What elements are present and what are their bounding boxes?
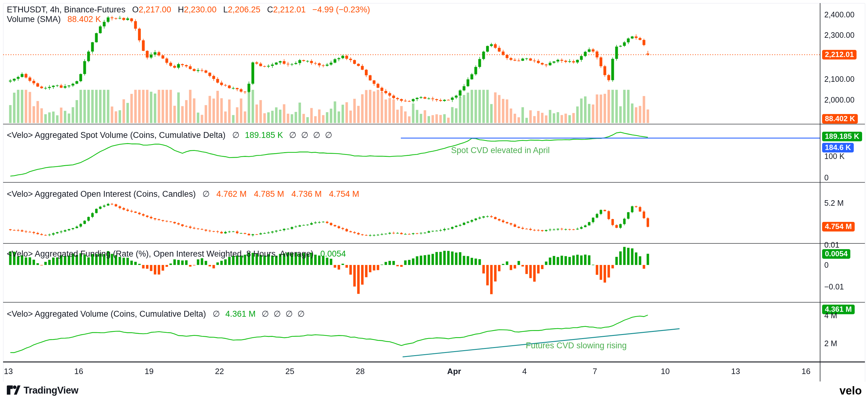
futures-cvd-value: 4.361 M <box>225 309 256 318</box>
last-price-badge: 2,212.01 <box>822 50 857 60</box>
open-interest-legend[interactable]: <Velo> Aggregated Open Interest (Coins, … <box>7 189 359 199</box>
tradingview-logo[interactable]: TradingView <box>7 385 79 396</box>
futures-cvd-annotation[interactable]: Futures CVD slowing rising <box>526 341 627 350</box>
funding-value: 0.0054 <box>320 249 346 258</box>
volume-badge: 88.402 K <box>822 114 858 124</box>
price-tick-2300: 2,300.00 <box>824 31 855 39</box>
high-label: H <box>178 5 184 14</box>
empty-set-icon: ∅ <box>213 309 220 318</box>
spot-cvd-badge: 189.185 K <box>822 132 862 141</box>
low-label: L <box>223 5 228 14</box>
tradingview-wordmark: TradingView <box>24 385 79 396</box>
close-value: 2,212.01 <box>273 5 306 14</box>
spot-tick-0: 0 <box>824 174 829 182</box>
open-label: O <box>132 5 138 14</box>
futures-cvd-title: <Velo> Aggregated Volume (Coins, Cumulat… <box>7 309 206 318</box>
oi-low-value: 4.736 M <box>291 189 322 198</box>
high-value: 2,230.00 <box>184 5 216 14</box>
chart-window: ETHUSDT, 4h, Binance-Futures O2,217.00 H… <box>0 0 868 401</box>
price-pane-legend[interactable]: ETHUSDT, 4h, Binance-Futures O2,217.00 H… <box>7 5 370 14</box>
spot-tick-100k: 100 K <box>824 152 844 160</box>
symbol-description: ETHUSDT, 4h, Binance-Futures <box>7 5 126 14</box>
volume-legend[interactable]: Volume (SMA) 88.402 K <box>7 14 101 24</box>
volume-label: Volume (SMA) <box>7 14 61 24</box>
spot-cvd-title: <Velo> Aggregated Spot Volume (Coins, Cu… <box>7 130 225 140</box>
time-tick: 10 <box>661 367 670 376</box>
chart-plot-area[interactable] <box>0 0 868 401</box>
futures-cvd-legend[interactable]: <Velo> Aggregated Volume (Coins, Cumulat… <box>7 309 305 319</box>
funding-tick-0: 0 <box>824 261 829 269</box>
empty-set-icon: ∅ <box>203 189 210 198</box>
funding-title: <Velo> Aggregated Funding (Rate (%), Ope… <box>7 249 314 258</box>
time-tick: 16 <box>74 367 83 376</box>
velo-logo: velo <box>839 384 862 397</box>
time-tick: 25 <box>285 367 294 376</box>
funding-tick-001: 0.01 <box>824 241 839 249</box>
time-scale[interactable]: 13 16 19 22 25 28 Apr 4 7 10 13 16 <box>3 362 865 381</box>
level-line-badge: 184.6 K <box>822 143 854 152</box>
change-value: −4.99 (−0.23%) <box>312 5 370 14</box>
funding-badge: 0.0054 <box>822 249 850 259</box>
price-tick-2000: 2,000.00 <box>824 96 855 104</box>
funding-legend[interactable]: <Velo> Aggregated Funding (Rate (%), Ope… <box>7 249 346 259</box>
price-tick-2100: 2,100.00 <box>824 75 855 83</box>
footer-bar: TradingView velo <box>0 382 868 401</box>
volume-value: 88.402 K <box>68 14 101 24</box>
open-interest-title: <Velo> Aggregated Open Interest (Coins, … <box>7 189 196 198</box>
time-tick: 13 <box>4 367 13 376</box>
time-tick: 7 <box>593 367 597 376</box>
oi-tick-52m: 5.2 M <box>824 199 844 207</box>
time-tick: 16 <box>802 367 811 376</box>
empty-set-icon: ∅ <box>232 130 240 140</box>
spot-cvd-value: 189.185 K <box>245 130 283 140</box>
price-tick-2400: 2,400.00 <box>824 10 855 19</box>
futcvd-tick-2m: 2 M <box>824 339 837 347</box>
price-scale[interactable]: 2,400.00 2,300.00 2,212.01 2,100.00 2,00… <box>820 3 865 382</box>
oi-close-value: 4.754 M <box>329 189 359 198</box>
time-tick: 19 <box>145 367 154 376</box>
oi-badge: 4.754 M <box>822 222 855 232</box>
close-label: C <box>267 5 273 14</box>
time-tick: 4 <box>522 367 527 376</box>
time-tick: 28 <box>356 367 365 376</box>
time-tick: 22 <box>215 367 224 376</box>
time-tick: 13 <box>731 367 740 376</box>
spot-cvd-legend[interactable]: <Velo> Aggregated Spot Volume (Coins, Cu… <box>7 130 332 140</box>
spot-cvd-annotation[interactable]: Spot CVD elevated in April <box>451 146 550 155</box>
low-value: 2,206.25 <box>228 5 260 14</box>
funding-tick-m001: −0.01 <box>824 283 844 291</box>
time-tick-month: Apr <box>447 367 461 376</box>
oi-open-value: 4.762 M <box>216 189 247 198</box>
tradingview-mark-icon <box>7 385 21 396</box>
open-value: 2,217.00 <box>138 5 171 14</box>
oi-high-value: 4.785 M <box>254 189 284 198</box>
empty-set-icons: ∅ ∅ ∅ ∅ <box>289 130 332 140</box>
empty-set-icons: ∅ ∅ ∅ ∅ <box>261 309 305 318</box>
futcvd-tick-4m: 4 M <box>824 311 837 319</box>
